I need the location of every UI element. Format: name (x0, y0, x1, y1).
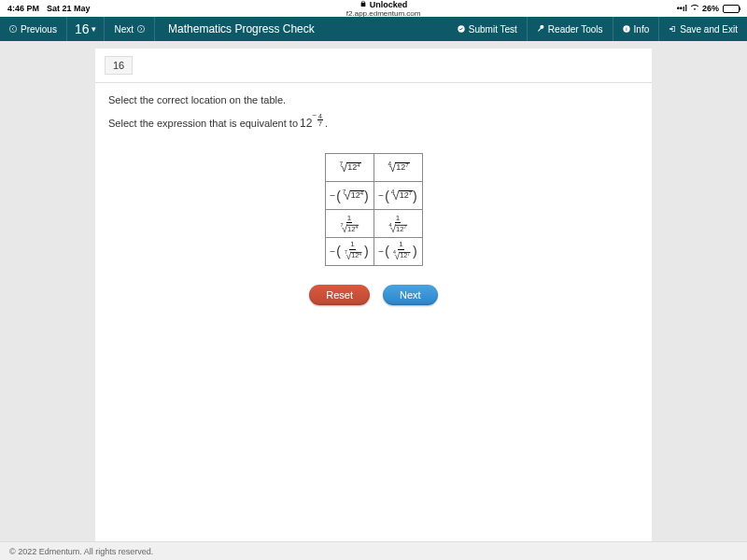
previous-button[interactable]: Previous (0, 17, 67, 41)
question-prompt: Select the expression that is equivalent… (108, 117, 639, 131)
save-exit-label: Save and Exit (680, 24, 738, 35)
page-title: Mathematics Progress Check (155, 22, 448, 35)
question-card: 16 Select the correct location on the ta… (95, 49, 652, 541)
next-button[interactable]: Next (383, 285, 438, 305)
answer-cell-r1c1[interactable]: 7 √ 124 (325, 154, 374, 182)
next-nav-button[interactable]: Next (105, 17, 155, 41)
table-row: − ( 7 √ 124 ) (325, 182, 422, 210)
status-left: 4:46 PM Sat 21 May (7, 4, 91, 13)
chevron-down-icon: ▾ (92, 24, 96, 34)
wrench-icon (537, 24, 544, 35)
question-number-dropdown[interactable]: 16 ▾ (67, 17, 106, 41)
footer-text: © 2022 Edmentum. All rights reserved. (9, 547, 153, 556)
expr-exp-den: 7 (318, 120, 322, 127)
top-nav: Previous 16 ▾ Next Mathematics Progress … (0, 17, 747, 41)
exit-icon (669, 24, 676, 35)
status-bar: 4:46 PM Sat 21 May Unlocked f2.app.edmen… (0, 0, 747, 17)
previous-label: Previous (21, 24, 57, 35)
question-number-box: 16 (105, 56, 133, 75)
signal-icon: ••ıl (677, 4, 687, 13)
content-area: 16 Select the correct location on the ta… (0, 41, 747, 541)
table-row: − ( 1 7 √ 124 (325, 238, 422, 266)
reader-tools-button[interactable]: Reader Tools (528, 17, 613, 41)
status-date: Sat 21 May (47, 4, 91, 13)
prompt-expression: 12 − 4 7 (300, 117, 323, 131)
wifi-icon (691, 4, 698, 13)
info-button[interactable]: i Info (613, 17, 660, 41)
prompt-period: . (325, 118, 328, 129)
expr-neg: − (312, 111, 317, 119)
submit-test-label: Submit Test (469, 24, 517, 35)
expr-exp-num: 4 (317, 113, 323, 120)
answer-cell-r2c2[interactable]: − ( 4 √ 127 ) (374, 182, 422, 210)
question-number-label: 16 (75, 21, 90, 36)
battery-icon (723, 5, 740, 13)
answer-cell-r2c1[interactable]: − ( 7 √ 124 ) (325, 182, 374, 210)
status-center: Unlocked f2.app.edmentum.com (91, 0, 677, 18)
reset-button[interactable]: Reset (309, 285, 370, 305)
submit-test-button[interactable]: Submit Test (448, 17, 528, 41)
svg-point-0 (9, 25, 16, 32)
svg-point-1 (137, 25, 144, 32)
status-time: 4:46 PM (7, 4, 39, 13)
button-row: Reset Next (108, 285, 639, 305)
answer-cell-r3c1[interactable]: 1 7 √ 124 (325, 210, 374, 238)
save-exit-button[interactable]: Save and Exit (659, 17, 747, 41)
answer-cell-r4c1[interactable]: − ( 1 7 √ 124 (325, 238, 374, 266)
chevron-left-icon (9, 24, 17, 35)
reader-tools-label: Reader Tools (548, 24, 603, 35)
footer: © 2022 Edmentum. All rights reserved. (0, 541, 747, 560)
answer-cell-r4c2[interactable]: − ( 1 4 √ 127 (374, 238, 422, 266)
chevron-right-icon (137, 24, 145, 35)
expr-exponent: 4 7 (317, 113, 323, 127)
check-circle-icon (458, 24, 465, 35)
lock-text: Unlocked (370, 0, 408, 9)
answer-cell-r1c2[interactable]: 4 √ 127 (374, 154, 422, 182)
question-body: Select the correct location on the table… (95, 83, 652, 316)
prompt-prefix: Select the expression that is equivalent… (108, 118, 298, 129)
answer-table: 7 √ 124 4 √ 127 (325, 153, 423, 266)
table-row: 1 7 √ 124 1 (325, 210, 422, 238)
info-label: Info (634, 24, 650, 35)
question-header: 16 (95, 49, 652, 83)
answer-cell-r3c2[interactable]: 1 4 √ 127 (374, 210, 422, 238)
next-nav-label: Next (114, 24, 134, 35)
battery-pct: 26% (702, 4, 719, 13)
info-icon: i (623, 24, 630, 35)
question-instruction: Select the correct location on the table… (108, 94, 639, 105)
table-row: 7 √ 124 4 √ 127 (325, 154, 422, 182)
lock-icon (359, 0, 367, 9)
expr-base: 12 (300, 117, 312, 130)
status-right: ••ıl 26% (677, 4, 740, 13)
